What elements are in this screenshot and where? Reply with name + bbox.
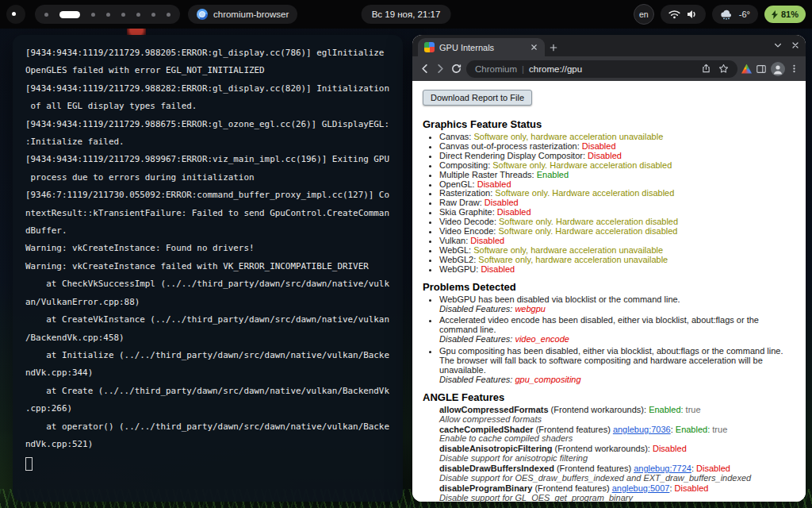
site-name: Chromium xyxy=(475,64,517,74)
forward-button[interactable] xyxy=(435,63,446,75)
terminal-line: .cpp:266) xyxy=(25,400,390,418)
tab-strip: GPU Internals xyxy=(412,35,806,56)
battery-percent: 81% xyxy=(781,10,799,19)
workspace-indicator[interactable] xyxy=(35,5,180,24)
download-report-button[interactable]: Download Report to File xyxy=(423,90,532,106)
network-status[interactable] xyxy=(661,5,706,24)
workspace-active-pill xyxy=(59,11,80,18)
terminal-line: at CheckVkSuccessImpl (../../third_party… xyxy=(25,275,390,293)
snow-cloud-icon xyxy=(720,10,733,20)
workspace-dot xyxy=(136,13,140,17)
terminal-line: at operator() (../../third_party/dawn/sr… xyxy=(25,418,390,436)
reload-button[interactable] xyxy=(450,63,462,75)
terminal-line: process due to errors during initializat… xyxy=(25,169,390,187)
weather-widget[interactable]: -6° xyxy=(712,5,758,24)
terminal-line: [9434:9434:1119/211729.988282:ERROR:gl_d… xyxy=(25,80,390,98)
browser-toolbar: Chromium | chrome://gpu xyxy=(412,56,806,81)
tab-title: GPU Internals xyxy=(439,43,525,52)
url-separator: | xyxy=(522,64,524,74)
feature-item: WebGPU: Disabled xyxy=(439,265,795,275)
anglebug-link[interactable]: anglebug:5007 xyxy=(612,483,670,493)
angle-feature: disableProgramBinary (Frontend features)… xyxy=(439,484,795,502)
angle-feature: cacheCompiledShader (Frontend features) … xyxy=(439,425,795,444)
problems-list: WebGPU has been disabled via blocklist o… xyxy=(423,295,795,385)
bookmark-star-button[interactable] xyxy=(718,64,729,74)
active-app-label: chromium-browser xyxy=(213,10,289,19)
browser-window: GPU Internals xyxy=(412,35,806,502)
person-icon xyxy=(772,63,784,75)
anglebug-link[interactable]: anglebug:7036 xyxy=(613,425,671,434)
new-tab-button[interactable] xyxy=(545,38,562,56)
angle-feature: allowCompressedFormats (Frontend workaro… xyxy=(439,406,795,425)
section-title-graphics-feature-status: Graphics Feature Status xyxy=(423,118,795,130)
terminal-line: [9434:9434:1119/211729.988675:ERROR:gl_o… xyxy=(25,116,390,133)
terminal-line: at CreateVkInstance (../../third_party/d… xyxy=(25,311,390,329)
terminal-output: [9434:9434:1119/211729.988205:ERROR:gl_d… xyxy=(25,44,390,453)
terminal-window[interactable]: [9434:9434:1119/211729.988205:ERROR:gl_d… xyxy=(13,35,403,502)
terminal-line: an/VulkanError.cpp:88) xyxy=(25,294,390,311)
anglebug-link[interactable]: anglebug:7724 xyxy=(634,464,691,473)
problem-item: Gpu compositing has been disabled, eithe… xyxy=(439,347,795,385)
side-panel-button[interactable] xyxy=(756,64,767,75)
problem-item: Accelerated video encode has been disabl… xyxy=(439,316,795,344)
tab-gpu-internals[interactable]: GPU Internals xyxy=(418,38,545,56)
terminal-line: [9434:9434:1119/211729.988205:ERROR:gl_d… xyxy=(25,44,390,62)
address-bar[interactable]: Chromium | chrome://gpu xyxy=(466,60,737,78)
terminal-cursor xyxy=(25,457,33,471)
charging-bolt-icon xyxy=(772,10,778,19)
terminal-line: ndVk.cpp:344) xyxy=(25,364,390,382)
tab-favicon xyxy=(424,42,435,52)
terminal-line: /BackendVk.cpp:458) xyxy=(25,329,390,347)
workspace-dot xyxy=(106,13,110,17)
share-button[interactable] xyxy=(701,64,711,74)
terminal-line: Warning: vkCreateInstance failed with VK… xyxy=(25,258,390,275)
workspace-dot xyxy=(121,13,125,17)
tab-close-icon[interactable] xyxy=(530,43,538,52)
terminal-line: at Initialize (../../third_party/dawn/sr… xyxy=(25,347,390,364)
terminal-line: [9434:9434:1119/211729.989967:ERROR:viz_… xyxy=(25,151,390,168)
extension-icon[interactable] xyxy=(741,64,752,74)
volume-icon xyxy=(687,10,698,19)
terminal-line: OpenGLES failed with error EGL_NOT_INITI… xyxy=(25,62,390,79)
workspace-dot xyxy=(44,13,48,17)
terminal-line: of all EGL display types failed. xyxy=(25,98,390,115)
workspace-dot xyxy=(167,13,170,17)
wifi-icon xyxy=(668,10,680,19)
url-text: chrome://gpu xyxy=(529,64,582,74)
browser-menu-button[interactable] xyxy=(789,64,799,74)
section-title-problems-detected: Problems Detected xyxy=(423,281,795,293)
gpu-internals-page: Download Report to File Graphics Feature… xyxy=(412,81,806,502)
back-button[interactable] xyxy=(419,63,431,75)
terminal-line: dBuffer. xyxy=(25,222,390,240)
language-indicator[interactable]: en xyxy=(634,4,654,25)
terminal-line: ntextResult::kTransientFailure: Failed t… xyxy=(25,205,390,222)
terminal-line: [9346:7:1119/211730.055092:ERROR:command… xyxy=(25,187,390,204)
temperature-label: -6° xyxy=(739,10,750,19)
feature-list: Canvas: Software only, hardware accelera… xyxy=(423,133,795,275)
problem-item: WebGPU has been disabled via blocklist o… xyxy=(439,295,795,314)
terminal-line: at Create (../../third_party/dawn/src/da… xyxy=(25,383,390,400)
angle-feature: disableAnisotropicFiltering (Frontend wo… xyxy=(439,444,795,464)
workspace-dot xyxy=(151,13,155,17)
section-title-angle-features: ANGLE Features xyxy=(423,391,795,403)
terminal-line: ndVk.cpp:521) xyxy=(25,436,390,453)
chromium-icon xyxy=(197,9,208,20)
terminal-line: Warning: vkCreateInstance: Found no driv… xyxy=(25,240,390,257)
battery-indicator[interactable]: 81% xyxy=(764,6,806,23)
window-close-button[interactable] xyxy=(791,40,800,50)
desktop: chromium-browser Вс 19 ноя, 21:17 en -6° xyxy=(0,0,812,508)
launcher-button[interactable] xyxy=(6,5,25,24)
tab-search-chevron-icon[interactable] xyxy=(773,40,783,50)
clock[interactable]: Вс 19 ноя, 21:17 xyxy=(362,5,451,24)
terminal-line: :Initialize failed. xyxy=(25,133,390,151)
workspace-dot xyxy=(91,13,95,17)
angle-feature: disableDrawBuffersIndexed (Frontend feat… xyxy=(439,464,795,483)
profile-avatar[interactable] xyxy=(771,62,785,76)
active-app-pill[interactable]: chromium-browser xyxy=(188,5,297,24)
top-bar: chromium-browser Вс 19 ноя, 21:17 en -6° xyxy=(0,0,812,29)
angle-list: allowCompressedFormats (Frontend workaro… xyxy=(439,406,795,502)
